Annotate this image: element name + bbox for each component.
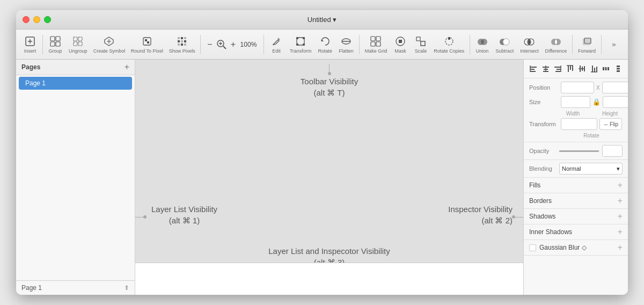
shadows-section[interactable]: Shadows +: [524, 209, 628, 224]
sidebar-bottom: Page 1 ⬆: [16, 280, 135, 295]
align-row: [524, 60, 628, 78]
fills-section[interactable]: Fills +: [524, 178, 628, 193]
opacity-fill: [559, 150, 599, 152]
svg-rect-81: [594, 68, 595, 72]
union-tool[interactable]: Union: [473, 33, 492, 56]
add-inner-shadow-button[interactable]: +: [618, 228, 623, 236]
height-input[interactable]: [603, 96, 628, 108]
borders-label: Borders: [529, 197, 552, 205]
flip-icon: ↔: [603, 121, 609, 127]
zoom-display: 100%: [238, 41, 259, 48]
toolbar-divider-7: [601, 35, 602, 54]
rotate-input[interactable]: [561, 118, 597, 130]
x-sub-label: X: [596, 85, 600, 91]
toolbar-visibility-shortcut: (alt ⌘ T): [301, 87, 358, 98]
distribute-v-button[interactable]: [613, 63, 624, 75]
mask-tool[interactable]: Mask: [391, 33, 410, 56]
opacity-label: Opacity: [529, 148, 556, 154]
forward-tool[interactable]: Forward: [575, 33, 598, 56]
flatten-tool[interactable]: Flatten: [336, 33, 356, 56]
difference-tool[interactable]: Difference: [543, 33, 569, 56]
opacity-input[interactable]: [602, 145, 623, 157]
close-button[interactable]: [23, 16, 30, 23]
inner-shadows-section[interactable]: Inner Shadows +: [524, 224, 628, 240]
svg-rect-89: [617, 70, 620, 72]
transform-label: Transform: [290, 48, 312, 54]
gaussian-blur-section[interactable]: Gaussian Blur ◇ +: [524, 240, 628, 256]
lock-icon[interactable]: 🔒: [592, 98, 601, 106]
opacity-slider[interactable]: [559, 150, 599, 152]
svg-rect-19: [184, 37, 186, 39]
svg-rect-70: [555, 71, 561, 72]
page-1-item[interactable]: Page 1: [19, 77, 132, 90]
add-shadow-button[interactable]: +: [618, 212, 623, 221]
insert-tool[interactable]: Insert: [20, 33, 40, 56]
rotate-tool[interactable]: Rotate: [315, 33, 335, 56]
rotate-copies-tool[interactable]: Rotate Copies: [431, 33, 467, 56]
svg-point-53: [503, 39, 509, 45]
flip-button[interactable]: ↔ Flip: [599, 118, 622, 130]
group-tool[interactable]: Group: [46, 33, 65, 56]
add-page-button[interactable]: +: [125, 63, 129, 71]
subtract-icon: [498, 35, 511, 48]
align-bottom-button[interactable]: [589, 63, 600, 75]
zoom-minus-button[interactable]: −: [206, 39, 214, 50]
align-center-h-button[interactable]: [540, 63, 552, 75]
add-border-button[interactable]: +: [618, 197, 623, 205]
flatten-label: Flatten: [339, 48, 354, 54]
blending-select[interactable]: Normal ▾: [559, 163, 623, 175]
svg-rect-60: [530, 67, 537, 68]
create-symbol-label: Create Symbol: [93, 48, 126, 54]
svg-rect-86: [608, 67, 609, 70]
width-input[interactable]: [561, 96, 590, 108]
toolbar-divider-6: [572, 35, 573, 54]
difference-icon: [550, 35, 562, 48]
inner-shadows-label: Inner Shadows: [529, 228, 572, 236]
toolbar-annotation: [328, 64, 331, 75]
borders-section[interactable]: Borders +: [524, 193, 628, 209]
y-input[interactable]: [602, 82, 628, 93]
svg-rect-25: [184, 43, 186, 46]
transform-label: Transform: [529, 121, 559, 127]
minimize-button[interactable]: [33, 16, 40, 23]
inspector-annotation-group: [512, 215, 523, 219]
pages-title: Pages: [21, 63, 40, 71]
edit-tool[interactable]: Edit: [267, 33, 286, 56]
make-grid-tool[interactable]: Make Grid: [362, 33, 390, 56]
position-row: Position X Y: [529, 82, 623, 93]
show-pixels-tool[interactable]: Show Pixels: [166, 33, 197, 56]
transform-sub-labels: Rotate: [529, 133, 623, 139]
align-center-v-button[interactable]: [576, 63, 588, 75]
subtract-tool[interactable]: Subtract: [493, 33, 517, 56]
align-right-button[interactable]: [552, 63, 564, 75]
height-sub-label: Height: [597, 111, 623, 117]
align-top-button[interactable]: [565, 63, 576, 75]
round-to-pixel-label: Round To Pixel: [131, 48, 163, 54]
fills-label: Fills: [529, 181, 540, 189]
align-left-button[interactable]: [528, 63, 539, 75]
create-symbol-tool[interactable]: Create Symbol: [91, 33, 127, 56]
transform-tool[interactable]: Transform: [287, 33, 314, 56]
rotate-sub-label: Rotate: [560, 133, 623, 139]
svg-rect-18: [181, 37, 183, 39]
overflow-tool[interactable]: »: [604, 38, 624, 50]
svg-rect-33: [303, 37, 305, 39]
size-sub-labels: Width Height: [529, 111, 623, 117]
zoom-plus-button[interactable]: +: [229, 39, 237, 50]
ungroup-tool[interactable]: Ungroup: [66, 33, 90, 56]
scale-tool[interactable]: Scale: [411, 33, 430, 56]
group-icon: [49, 35, 62, 48]
gaussian-blur-checkbox[interactable]: [529, 244, 536, 251]
intersect-tool[interactable]: Intersect: [517, 33, 541, 56]
add-fill-button[interactable]: +: [618, 181, 623, 190]
layer-list-title: Layer List Visibility: [151, 204, 217, 215]
toolbar-divider-1: [42, 35, 43, 54]
maximize-button[interactable]: [44, 16, 51, 23]
toolbar: Insert Group: [16, 30, 628, 60]
add-gaussian-blur-button[interactable]: +: [618, 243, 623, 252]
round-to-pixel-tool[interactable]: Round To Pixel: [128, 33, 165, 56]
show-pixels-icon: [175, 35, 188, 48]
page-expand-icon[interactable]: ⬆: [124, 284, 129, 292]
x-input[interactable]: [561, 82, 594, 93]
distribute-h-button[interactable]: [601, 63, 612, 75]
